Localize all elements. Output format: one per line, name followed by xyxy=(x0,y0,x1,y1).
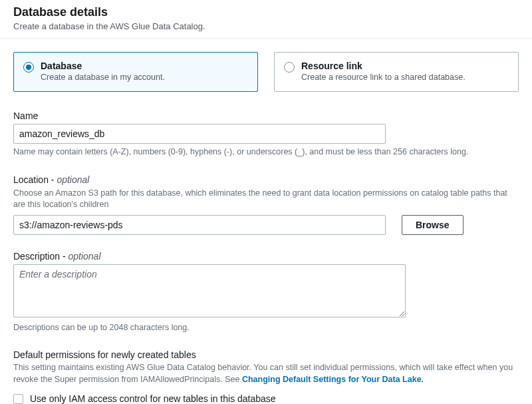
permissions-hint: This setting maintains existing AWS Glue… xyxy=(13,362,519,385)
location-input[interactable] xyxy=(13,215,386,235)
page-title: Database details xyxy=(13,5,519,19)
iam-checkbox-label: Use only IAM access control for new tabl… xyxy=(30,393,276,404)
iam-checkbox-row[interactable]: Use only IAM access control for new tabl… xyxy=(13,393,519,404)
description-label: Description - optional xyxy=(13,251,519,262)
tile-resource-link-desc: Create a resource link to a shared datab… xyxy=(301,73,466,82)
description-input[interactable] xyxy=(13,264,406,317)
tile-database-desc: Create a database in my account. xyxy=(41,73,165,82)
location-label: Location - optional xyxy=(13,174,519,185)
location-hint: Choose an Amazon S3 path for this databa… xyxy=(13,188,519,211)
description-hint: Descriptions can be up to 2048 character… xyxy=(13,322,519,334)
permissions-section: Default permissions for newly created ta… xyxy=(13,349,519,404)
tile-database[interactable]: Database Create a database in my account… xyxy=(13,52,258,92)
tile-database-title: Database xyxy=(41,61,165,71)
tile-resource-link[interactable]: Resource link Create a resource link to … xyxy=(274,52,519,92)
database-type-selector: Database Create a database in my account… xyxy=(13,52,519,92)
permissions-title: Default permissions for newly created ta… xyxy=(13,349,519,360)
description-field: Description - optional Descriptions can … xyxy=(13,251,519,334)
name-label: Name xyxy=(13,110,519,121)
permissions-doc-link[interactable]: Changing Default Settings for Your Data … xyxy=(242,375,424,384)
iam-checkbox-icon[interactable] xyxy=(13,394,23,404)
page-subtitle: Create a database in the AWS Glue Data C… xyxy=(13,21,519,31)
browse-button[interactable]: Browse xyxy=(402,215,464,235)
name-input[interactable] xyxy=(13,124,386,144)
panel-body: Database Create a database in my account… xyxy=(0,39,532,404)
name-hint: Name may contain letters (A-Z), numbers … xyxy=(13,146,519,158)
name-field: Name Name may contain letters (A-Z), num… xyxy=(13,110,519,158)
radio-resource-link-icon xyxy=(284,62,295,73)
tile-resource-link-title: Resource link xyxy=(301,61,466,71)
location-field: Location - optional Choose an Amazon S3 … xyxy=(13,174,519,235)
radio-database-icon xyxy=(23,62,34,73)
panel-header: Database details Create a database in th… xyxy=(0,0,532,39)
